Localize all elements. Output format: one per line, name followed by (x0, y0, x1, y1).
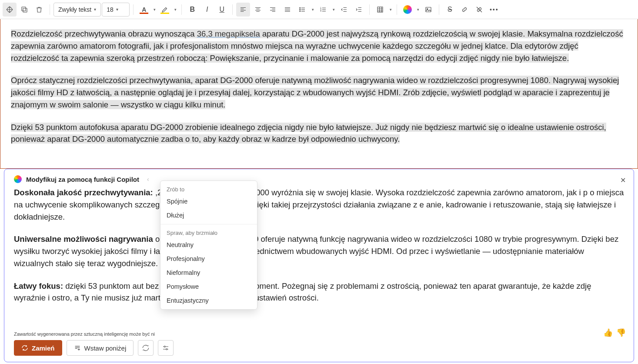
popup-item[interactable]: Nieformalny (160, 266, 257, 280)
font-size-value: 18 (107, 6, 114, 13)
suggestion-heading: Uniwersalne możliwości nagrywania (14, 234, 153, 244)
copilot-actions: Zamień Wstaw poniżej (14, 340, 624, 356)
copilot-icon (14, 175, 22, 183)
regenerate-button[interactable] (138, 340, 154, 356)
copilot-suggestion: Doskonała jakość przechwytywania: ,2 meg… (14, 187, 624, 333)
chevron-down-icon: ▾ (116, 7, 118, 12)
svg-rect-9 (426, 7, 431, 12)
popup-item[interactable]: Pomysłowe (160, 280, 257, 294)
svg-point-3 (300, 9, 301, 10)
copilot-button[interactable] (401, 3, 414, 17)
svg-point-2 (300, 7, 301, 8)
outdent-button[interactable] (337, 3, 351, 17)
document-paragraph: Oprócz statycznej rozdzielczości przechw… (11, 74, 627, 110)
unlink-button[interactable] (472, 3, 486, 17)
highlight-color-button[interactable] (158, 3, 172, 17)
svg-point-12 (166, 349, 167, 350)
font-color-chevron[interactable]: ▾ (152, 7, 157, 12)
popup-item[interactable]: Entuzjastyczny (160, 294, 257, 307)
copilot-chevron[interactable]: ▾ (415, 7, 421, 12)
document-paragraph: Dzięki 53 punktom autofokusa aparatu DG-… (11, 121, 627, 146)
feedback-buttons: 👍 👎 (603, 328, 626, 337)
style-label: Zwykły tekst (58, 6, 91, 13)
style-dropdown[interactable]: Zwykły tekst ▾ (53, 3, 101, 17)
popup-item[interactable]: Dłużej (160, 208, 257, 222)
svg-point-4 (300, 10, 301, 11)
close-button[interactable]: ✕ (620, 176, 626, 184)
italic-button[interactable]: I (200, 3, 214, 17)
bullet-list-button[interactable] (295, 3, 309, 17)
highlight-chevron[interactable]: ▾ (173, 7, 178, 12)
bullet-list-chevron[interactable]: ▾ (310, 7, 315, 12)
copilot-header: Modyfikuj za pomocą funkcji Copilot ‹ (14, 175, 624, 183)
popup-item[interactable]: Profesjonalny (160, 252, 257, 266)
numbered-list-button[interactable]: 123 (316, 3, 330, 17)
copilot-title: Modyfikuj za pomocą funkcji Copilot (26, 176, 139, 183)
copy-icon[interactable] (17, 3, 31, 17)
copilot-prev[interactable]: ‹ (147, 176, 149, 183)
indent-button[interactable] (352, 3, 366, 17)
copilot-icon (403, 5, 412, 14)
toolbar: Zwykły tekst ▾ 18 ▾ A ▾ ▾ B I U ▾ 123 ▾ (0, 0, 638, 19)
suggestion-heading: Łatwy fokus: (14, 281, 63, 291)
table-button[interactable] (373, 3, 387, 17)
more-button[interactable]: ••• (487, 3, 501, 17)
insert-below-label: Wstaw poniżej (84, 344, 127, 352)
chevron-down-icon: ▾ (94, 7, 96, 12)
tone-popup: Zrób to Spójnie Dłużej Spraw, aby brzmia… (160, 180, 257, 310)
suggestion-heading: Doskonała jakość przechwytywania: (14, 188, 153, 197)
delete-icon[interactable] (32, 3, 46, 17)
popup-section-label: Zrób to (160, 183, 257, 194)
svg-rect-1 (22, 7, 26, 11)
move-handle[interactable] (3, 3, 17, 17)
font-size-dropdown[interactable]: 18 ▾ (102, 3, 130, 17)
table-chevron[interactable]: ▾ (388, 7, 393, 12)
align-center-button[interactable] (251, 3, 265, 17)
underline-button[interactable]: U (215, 3, 229, 17)
link-button[interactable] (458, 3, 471, 17)
svg-rect-8 (377, 7, 383, 12)
replace-button[interactable]: Zamień (14, 340, 62, 356)
resolution-link[interactable]: 36,3 megapiksela (197, 29, 260, 38)
popup-item[interactable]: Neutralny (160, 238, 257, 252)
strikethrough-button[interactable]: S (443, 3, 457, 17)
bold-button[interactable]: B (185, 3, 199, 17)
svg-rect-0 (23, 8, 27, 12)
popup-section-label: Spraw, aby brzmiało (160, 226, 257, 238)
svg-text:3: 3 (320, 10, 321, 12)
image-button[interactable] (421, 3, 435, 17)
align-right-button[interactable] (266, 3, 280, 17)
popup-item[interactable]: Spójnie (160, 194, 257, 208)
align-left-button[interactable] (236, 3, 250, 17)
ai-disclaimer: Zawartość wygenerowana przez sztuczną in… (14, 331, 624, 337)
thumbs-up-icon[interactable]: 👍 (603, 328, 613, 337)
align-justify-button[interactable] (281, 3, 294, 17)
copilot-panel: Modyfikuj za pomocą funkcji Copilot ‹ ✕ … (4, 169, 634, 362)
numbered-list-chevron[interactable]: ▾ (331, 7, 336, 12)
svg-point-11 (164, 346, 165, 347)
insert-below-button[interactable]: Wstaw poniżej (67, 340, 134, 356)
adjust-button[interactable] (158, 340, 174, 356)
replace-label: Zamień (32, 344, 55, 352)
font-color-button[interactable]: A (137, 3, 151, 17)
document-paragraph: Rozdzielczość przechwytywania obrazu wyn… (11, 28, 627, 64)
thumbs-down-icon[interactable]: 👎 (616, 328, 626, 337)
document-editor[interactable]: Rozdzielczość przechwytywania obrazu wyn… (0, 19, 638, 169)
